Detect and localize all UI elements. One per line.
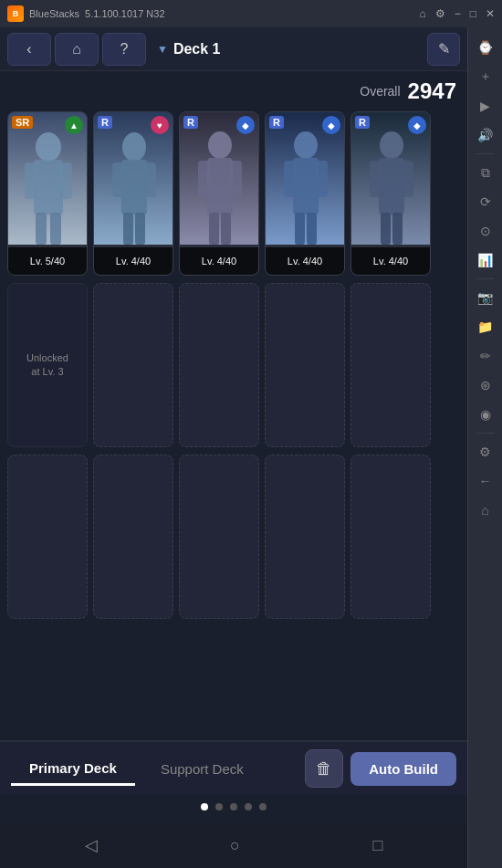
top-nav: ‹ ⌂ ? ▼ Deck 1 ✎ (0, 27, 467, 71)
svg-point-22 (294, 131, 318, 159)
locked-slot-text: Unlockedat Lv. 3 (26, 351, 68, 380)
sidebar-icon-script[interactable]: ◉ (473, 402, 498, 427)
bottom-tabs: Primary Deck Support Deck 🗑 Auto Build (0, 740, 467, 795)
minimize-button[interactable]: − (455, 7, 461, 20)
maximize-button[interactable]: □ (470, 7, 476, 20)
card-slot-empty-4[interactable] (350, 283, 431, 447)
deck-dropdown-arrow: ▼ (157, 43, 168, 56)
overall-label: Overall (360, 84, 400, 99)
home-button[interactable]: ⌂ (55, 33, 99, 66)
sidebar-icon-1[interactable]: ⌚ (473, 35, 498, 60)
dot-5 (259, 803, 267, 810)
trash-button[interactable]: 🗑 (305, 749, 343, 788)
dot-4 (245, 803, 252, 810)
help-button[interactable]: ? (102, 33, 146, 66)
dot-2 (215, 803, 223, 810)
sidebar-icon-chart[interactable]: 📊 (473, 247, 498, 273)
home-titlebar-icon[interactable]: ⌂ (419, 7, 425, 20)
card-rarity-4: R (269, 116, 284, 129)
sidebar-icon-back[interactable]: ← (473, 468, 498, 494)
sidebar-divider-1 (476, 153, 495, 154)
sidebar-divider-2 (476, 278, 495, 279)
card-attr-2: ♥ (151, 116, 169, 134)
sidebar-icon-home[interactable]: ⌂ (473, 497, 498, 523)
sidebar-icon-folder[interactable]: 📁 (473, 314, 498, 340)
card-attr-4: ◆ (322, 116, 340, 134)
back-bottom-icon[interactable]: ◁ (85, 835, 98, 855)
back-button[interactable]: ‹ (7, 33, 51, 66)
recent-bottom-icon[interactable]: □ (372, 836, 382, 855)
dot-3 (230, 803, 237, 810)
app-name: BlueStacks (29, 8, 79, 19)
svg-rect-11 (144, 162, 156, 197)
cards-row-1: SR ▲ Lv. 5/40 (7, 111, 460, 276)
card-slot-1[interactable]: SR ▲ Lv. 5/40 (7, 111, 88, 276)
overall-score-bar: Overall 2947 (0, 71, 467, 111)
svg-rect-33 (381, 213, 391, 245)
card-slot-locked: Unlockedat Lv. 3 (7, 283, 88, 447)
card-attr-1: ▲ (65, 116, 83, 134)
svg-rect-5 (36, 213, 47, 245)
sidebar-icon-edit[interactable]: ✏ (473, 343, 498, 369)
settings-titlebar-icon[interactable]: ⚙ (435, 7, 445, 20)
help-icon: ? (120, 41, 129, 58)
auto-build-button[interactable]: Auto Build (350, 752, 456, 786)
support-deck-tab[interactable]: Support Deck (142, 752, 262, 786)
svg-rect-19 (209, 213, 219, 245)
card-level-4: Lv. 4/40 (266, 247, 344, 275)
card-slot-empty-1[interactable] (93, 283, 173, 447)
svg-rect-12 (123, 213, 133, 245)
sidebar-icon-2[interactable]: ＋ (473, 64, 498, 89)
card-level-2: Lv. 4/40 (94, 247, 173, 275)
svg-rect-2 (34, 160, 63, 214)
card-slot-empty-5[interactable] (7, 455, 88, 619)
sidebar-divider-3 (476, 433, 495, 434)
deck-edit-button[interactable]: ✎ (427, 33, 460, 66)
sidebar-icon-3[interactable]: ▶ (473, 93, 498, 119)
svg-rect-4 (59, 162, 72, 199)
svg-rect-20 (221, 213, 231, 245)
svg-point-15 (208, 131, 232, 159)
sidebar-icon-macro[interactable]: ⊛ (473, 372, 498, 398)
close-button[interactable]: ✕ (486, 7, 495, 20)
svg-rect-26 (295, 213, 305, 245)
card-slot-3[interactable]: R ◆ Lv. 4/40 (179, 111, 259, 276)
svg-rect-25 (316, 161, 328, 197)
card-rarity-3: R (183, 116, 198, 129)
home-bottom-icon[interactable]: ○ (230, 836, 240, 855)
sidebar-icon-refresh[interactable]: ⟳ (473, 189, 498, 214)
svg-rect-10 (112, 162, 124, 197)
sidebar-icon-multiinstance[interactable]: ⧉ (473, 160, 498, 185)
overall-value: 2947 (408, 78, 456, 104)
primary-deck-tab[interactable]: Primary Deck (11, 751, 135, 786)
card-slot-5[interactable]: R ◆ Lv. 4/40 (350, 111, 431, 276)
titlebar: B BlueStacks 5.1.100.1017 N32 ⌂ ⚙ − □ ✕ (0, 0, 502, 27)
svg-rect-30 (379, 158, 404, 214)
sidebar-icon-camera[interactable]: 📷 (473, 285, 498, 310)
card-slot-2[interactable]: R ♥ Lv. 4/40 (93, 111, 173, 276)
svg-rect-3 (25, 162, 37, 199)
bluestacks-sidebar: ⌚ ＋ ▶ 🔊 ⧉ ⟳ ⊙ 📊 📷 📁 ✏ ⊛ ◉ ⚙ ← ⌂ (467, 27, 502, 868)
svg-rect-23 (293, 158, 319, 214)
svg-rect-34 (392, 213, 403, 245)
card-slot-empty-8[interactable] (265, 455, 345, 619)
card-slot-empty-9[interactable] (350, 455, 431, 619)
svg-rect-6 (50, 213, 61, 245)
page-dots (0, 796, 467, 818)
card-slot-empty-6[interactable] (93, 455, 173, 619)
app-version: 5.1.100.1017 N32 (85, 8, 164, 19)
sidebar-icon-circle[interactable]: ⊙ (473, 218, 498, 244)
back-icon: ‹ (26, 41, 31, 58)
card-slot-empty-2[interactable] (179, 283, 259, 447)
sidebar-icon-volume[interactable]: 🔊 (473, 122, 498, 148)
card-level-1: Lv. 5/40 (8, 247, 87, 275)
deck-selector[interactable]: ▼ Deck 1 (157, 41, 220, 58)
sidebar-icon-settings[interactable]: ⚙ (473, 439, 498, 465)
cards-row-2: Unlockedat Lv. 3 (7, 283, 460, 447)
card-slot-4[interactable]: R ◆ Lv. 4/40 (265, 111, 345, 276)
svg-point-1 (36, 132, 61, 162)
card-slot-empty-3[interactable] (265, 283, 345, 447)
svg-rect-31 (370, 161, 382, 197)
svg-rect-18 (230, 161, 242, 197)
card-slot-empty-7[interactable] (179, 455, 259, 619)
